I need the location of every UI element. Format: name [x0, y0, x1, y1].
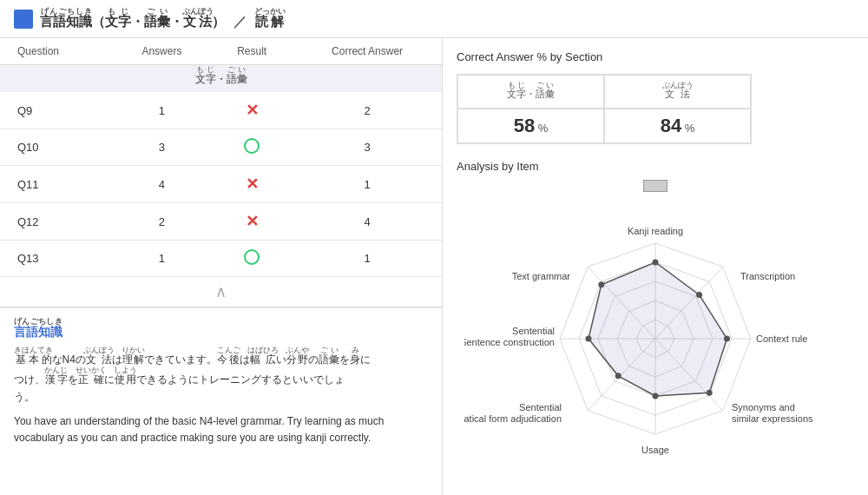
radar-chart: Kanji reading Transcription Context rule… — [464, 195, 846, 482]
cell-result: ✕ — [211, 92, 293, 129]
cell-correct: 4 — [293, 203, 442, 241]
svg-point-15 — [724, 336, 730, 342]
chart-section-title: Correct Answer % by Section — [457, 50, 854, 63]
cell-correct: 3 — [293, 129, 442, 166]
circle-icon — [244, 138, 260, 154]
svg-point-19 — [586, 336, 592, 342]
analysis-heading: Analysis by Item — [457, 160, 854, 173]
score-cell-moji-label: 文字もじ・語彙ごい — [457, 75, 604, 109]
left-panel: Question Answers Result Correct Answer 文… — [0, 38, 443, 495]
label-sentence-construction: Sentential — [512, 326, 555, 336]
cell-result: ✕ — [211, 166, 293, 203]
legend-rect — [643, 180, 667, 192]
col-answers: Answers — [113, 38, 211, 65]
cell-correct: 1 — [293, 166, 442, 203]
scroll-down-indicator: ∧ — [0, 277, 442, 307]
score-cell-bunpo-value: 84 % — [604, 109, 751, 143]
label-synonyms: Synonyms and — [732, 402, 795, 412]
col-correct-answer: Correct Answer — [293, 38, 442, 65]
circle-icon — [244, 249, 260, 265]
cell-answer: 1 — [113, 241, 211, 277]
main-content: Question Answers Result Correct Answer 文… — [0, 38, 868, 495]
qa-table: Question Answers Result Correct Answer 文… — [0, 38, 442, 277]
score-grid: 文字もじ・語彙ごい 文法ぶんぽう 58 % 84 % — [457, 74, 752, 144]
svg-point-17 — [653, 393, 659, 399]
cell-question: Q10 — [0, 129, 113, 166]
cross-icon: ✕ — [246, 175, 259, 193]
score-cell-moji-value: 58 % — [457, 109, 604, 143]
cell-result: ✕ — [211, 203, 293, 241]
svg-point-18 — [615, 373, 621, 379]
label-synonyms-2: similar expressions — [732, 413, 813, 424]
svg-point-13 — [653, 260, 659, 266]
cell-answer: 1 — [113, 92, 211, 129]
radar-data-polygon — [589, 262, 727, 396]
section-header-moji-goi: 文字もじ・語彙ごい — [0, 65, 442, 93]
cell-result — [211, 241, 293, 277]
commentary-english: You have an understanding of the basic N… — [14, 413, 428, 446]
table-row: Q13 1 1 — [0, 241, 442, 277]
label-context-rule: Context rule — [756, 333, 807, 344]
section-icon — [14, 10, 33, 29]
svg-point-20 — [598, 281, 604, 287]
label-text-grammar: Text grammar — [512, 271, 571, 281]
table-row: Q10 3 3 — [0, 129, 442, 166]
table-row: Q9 1 ✕ 2 — [0, 92, 442, 129]
cell-correct: 1 — [293, 241, 442, 277]
label-grammatical: Sentential — [519, 402, 562, 412]
page-title: 言語知識げんごちしき（文字もじ・語彙ごい・文法ぶんぽう） ／ 読解どっかい — [40, 7, 289, 30]
radar-svg: Kanji reading Transcription Context rule… — [464, 195, 846, 482]
svg-point-16 — [707, 390, 713, 396]
table-row: Q11 4 ✕ 1 — [0, 166, 442, 203]
cross-icon: ✕ — [246, 213, 259, 230]
label-transcription: Transcription — [740, 271, 795, 281]
right-panel: Correct Answer % by Section 文字もじ・語彙ごい 文法… — [443, 38, 868, 495]
cell-answer: 2 — [113, 203, 211, 241]
cell-answer: 4 — [113, 166, 211, 203]
radar-legend — [457, 180, 854, 192]
col-question: Question — [0, 38, 113, 65]
commentary-japanese: 基本的きほんてきなN4の文法ぶんぽうは理解りかいできています。今後こんごは幅広は… — [14, 346, 428, 406]
cell-question: Q12 — [0, 203, 113, 241]
label-grammatical-2: Grammatical form adjudication — [464, 413, 562, 424]
cell-question: Q11 — [0, 166, 113, 203]
label-usage: Usage — [641, 445, 669, 455]
col-result: Result — [211, 38, 293, 65]
label-kanji-reading: Kanji reading — [628, 226, 683, 236]
cell-answer: 3 — [113, 129, 211, 166]
cell-correct: 2 — [293, 92, 442, 129]
score-cell-bunpo-label: 文法ぶんぽう — [604, 75, 751, 109]
commentary-title: 言語知識げんごちしき — [14, 317, 428, 340]
commentary-section: 言語知識げんごちしき 基本的きほんてきなN4の文法ぶんぽうは理解りかいできていま… — [0, 307, 442, 455]
cross-icon: ✕ — [246, 102, 259, 119]
label-sentence-construction-2: Sentence construction — [464, 337, 555, 347]
cell-question: Q13 — [0, 241, 113, 277]
page-header: 言語知識げんごちしき（文字もじ・語彙ごい・文法ぶんぽう） ／ 読解どっかい — [0, 0, 868, 38]
svg-point-14 — [696, 292, 702, 298]
cell-result — [211, 129, 293, 166]
table-row: Q12 2 ✕ 4 — [0, 203, 442, 241]
cell-question: Q9 — [0, 92, 113, 129]
